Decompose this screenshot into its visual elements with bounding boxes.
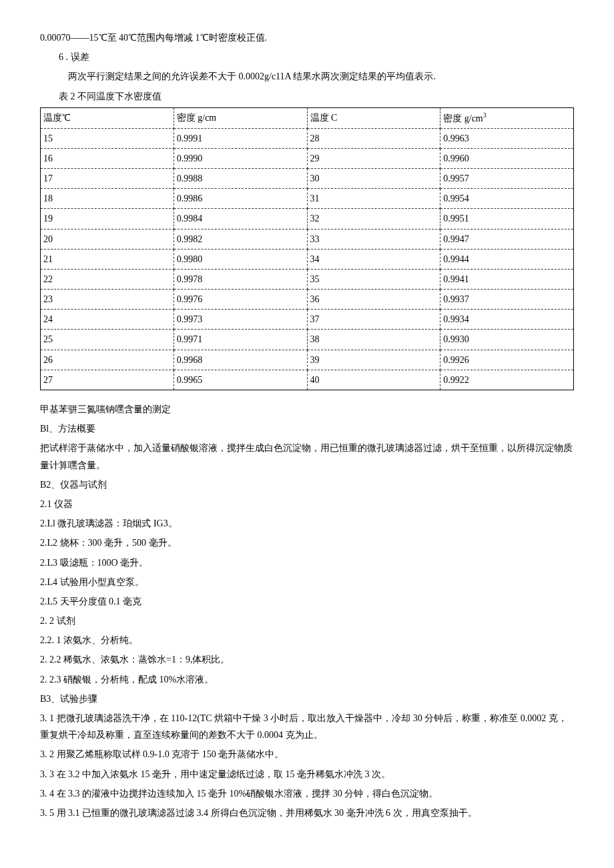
table-row: 210.9980340.9944	[41, 249, 574, 269]
cell: 0.9957	[440, 168, 574, 188]
cell: 26	[41, 350, 174, 370]
cell: 0.9986	[174, 189, 307, 209]
cell: 32	[307, 209, 440, 229]
cell: 0.9960	[440, 148, 574, 168]
col-header-temp2: 温度 C	[307, 107, 440, 128]
cell: 0.9973	[174, 310, 307, 330]
cell: 0.9944	[440, 249, 574, 269]
header-dens1-text: 密度 g/cm	[177, 113, 217, 123]
b2-l1: 2.Ll 微孔玻璃滤器：珀烟式 IG3。	[40, 515, 574, 532]
cell: 0.9965	[174, 370, 307, 390]
cell: 0.9984	[174, 209, 307, 229]
section-title: 甲基苯骈三氮嗤钠嘿含量的测定	[40, 401, 574, 418]
cell: 24	[41, 310, 174, 330]
cell: 19	[41, 209, 174, 229]
header-dens2-prefix: 密度 g/cm	[443, 113, 483, 123]
b2-1: 2.1 仪器	[40, 496, 574, 512]
cell: 25	[41, 330, 174, 350]
cell: 0.9982	[174, 229, 307, 249]
cell: 39	[307, 350, 440, 370]
b2-2: 2. 2 试剂	[40, 612, 574, 629]
cell: 0.9968	[174, 350, 307, 370]
cell: 0.9930	[440, 330, 574, 350]
cell: 0.9926	[440, 350, 574, 370]
header-dens2-sup: 3	[483, 111, 487, 119]
table-row: 230.9976360.9937	[41, 290, 574, 310]
cell: 34	[307, 249, 440, 269]
section-6-text: 两次平行测定结果之间的允许误差不大于 0.0002g/c11A 结果水两次测定结…	[40, 68, 574, 85]
b2-2-1: 2.2. 1 浓氨水、分析纯。	[40, 632, 574, 648]
b2-heading: B2、仪器与试剂	[40, 476, 574, 493]
cell: 22	[41, 269, 174, 289]
b3-2: 3. 2 用聚乙烯瓶称取试样 0.9-1.0 克溶于 150 毫升蒸储水中。	[40, 746, 574, 763]
b3-3: 3. 3 在 3.2 中加入浓氨水 15 毫升，用中速定量滤纸过滤，取 15 毫…	[40, 766, 574, 783]
cell: 15	[41, 128, 174, 148]
table-row: 200.9982330.9947	[41, 229, 574, 249]
b1-text: 把试样溶于蒸储水中，加入适量硝酸银溶液，搅拌生成白色沉淀物，用已恒重的微孔玻璃滤…	[40, 440, 574, 473]
cell: 0.9963	[440, 128, 574, 148]
cell: 20	[41, 229, 174, 249]
cell: 23	[41, 290, 174, 310]
table-row: 170.9988300.9957	[41, 168, 574, 188]
cell: 28	[307, 128, 440, 148]
table-row: 190.9984320.9951	[41, 209, 574, 229]
section-6-heading: 6 . 误差	[40, 49, 574, 65]
table-caption: 表 2 不同温度下水密度值	[40, 88, 574, 105]
b2-l4: 2.L4 试验用小型真空泵。	[40, 574, 574, 590]
b2-l3: 2.L3 吸滤瓶：100O 毫升。	[40, 554, 574, 571]
b2-2-3: 2. 2.3 硝酸银，分析纯，配成 10%水溶液。	[40, 671, 574, 688]
cell: 29	[307, 148, 440, 168]
cell: 0.9971	[174, 330, 307, 350]
cell: 31	[307, 189, 440, 209]
cell: 38	[307, 330, 440, 350]
b3-1: 3. 1 把微孔玻璃滤器洗干净，在 110-12(TC 烘箱中干燥 3 小时后，…	[40, 710, 574, 743]
table-row: 220.9978350.9941	[41, 269, 574, 289]
table-row: 260.9968390.9926	[41, 350, 574, 370]
table-row: 180.9986310.9954	[41, 189, 574, 209]
b3-4: 3. 4 在 3.3 的灌液中边搅拌边连续加入 15 毫升 10%硝酸银水溶液，…	[40, 785, 574, 802]
cell: 0.9991	[174, 128, 307, 148]
cell: 33	[307, 229, 440, 249]
table-row: 150.9991280.9963	[41, 128, 574, 148]
col-header-dens1: 密度 g/cm	[174, 107, 307, 128]
cell: 16	[41, 148, 174, 168]
cell: 40	[307, 370, 440, 390]
cell: 0.9922	[440, 370, 574, 390]
cell: 0.9976	[174, 290, 307, 310]
b3-5: 3. 5 用 3.1 已恒重的微孔玻璃滤器过滤 3.4 所得白色沉淀物，并用稀氨…	[40, 805, 574, 821]
table-row: 270.9965400.9922	[41, 370, 574, 390]
cell: 0.9954	[440, 189, 574, 209]
density-correction-note: 0.00070——15℃至 40℃范围内每增减 1℃时密度校正值.	[40, 29, 574, 46]
col-header-temp1: 温度℃	[41, 107, 174, 128]
b2-l2: 2.L2 烧杯：300 毫升，500 毫升。	[40, 534, 574, 551]
table-row: 250.9971380.9930	[41, 330, 574, 350]
cell: 18	[41, 189, 174, 209]
cell: 0.9990	[174, 148, 307, 168]
density-table: 温度℃ 密度 g/cm 温度 C 密度 g/cm3 150.9991280.99…	[40, 107, 574, 390]
cell: 0.9988	[174, 168, 307, 188]
b3-heading: B3、试验步骤	[40, 691, 574, 707]
cell: 36	[307, 290, 440, 310]
table-row: 160.9990290.9960	[41, 148, 574, 168]
cell: 35	[307, 269, 440, 289]
cell: 37	[307, 310, 440, 330]
cell: 0.9937	[440, 290, 574, 310]
cell: 0.9934	[440, 310, 574, 330]
table-header-row: 温度℃ 密度 g/cm 温度 C 密度 g/cm3	[41, 107, 574, 128]
cell: 0.9941	[440, 269, 574, 289]
cell: 0.9947	[440, 229, 574, 249]
col-header-dens2: 密度 g/cm3	[440, 107, 574, 128]
cell: 0.9978	[174, 269, 307, 289]
cell: 30	[307, 168, 440, 188]
cell: 0.9951	[440, 209, 574, 229]
cell: 0.9980	[174, 249, 307, 269]
b1-heading: Bl、方法概要	[40, 420, 574, 437]
cell: 17	[41, 168, 174, 188]
table-row: 240.9973370.9934	[41, 310, 574, 330]
b2-2-2: 2. 2.2 稀氨水、浓氨水：蒸馀水=1：9,体积比。	[40, 651, 574, 668]
b2-l5: 2.L5 天平分度值 0.1 毫克	[40, 593, 574, 610]
cell: 21	[41, 249, 174, 269]
cell: 27	[41, 370, 174, 390]
